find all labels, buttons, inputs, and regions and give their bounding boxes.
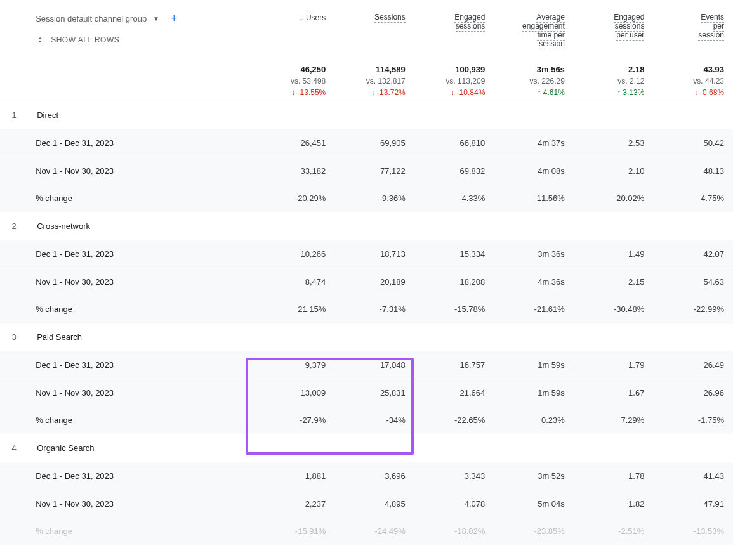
total-cell: 3m 56svs. 226.294.61% (494, 61, 574, 101)
metric-cell: 2.15 (574, 268, 654, 296)
total-cell: 114,589vs. 132,817-13.72% (334, 61, 414, 101)
metric-cell: -13.53% (653, 518, 733, 545)
metric-cell: 47.91 (653, 490, 733, 518)
metric-cell: 69,905 (334, 129, 414, 157)
metric-cell: -24.49% (334, 518, 414, 545)
metric-cell: 10,266 (255, 240, 335, 268)
channel-name: Organic Search (32, 434, 255, 462)
metric-cell: 54.63 (653, 268, 733, 296)
show-all-rows-button[interactable]: SHOW ALL ROWS (32, 36, 119, 44)
metric-cell: 77,122 (334, 157, 414, 185)
metric-cell: 15,334 (414, 240, 494, 268)
row-index: 1 (0, 101, 32, 129)
metric-cell: 26.49 (653, 351, 733, 379)
column-header-events-per-session[interactable]: Eventspersession (653, 0, 733, 61)
period-label: % change (32, 407, 255, 434)
expand-icon (36, 36, 44, 44)
metric-cell: 1.67 (574, 379, 654, 407)
metric-cell: -9.36% (334, 185, 414, 212)
column-header-sessions[interactable]: Sessions (334, 0, 414, 61)
metric-cell: 1.49 (574, 240, 654, 268)
column-header-engaged-per-user[interactable]: Engagedsessionsper user (574, 0, 654, 61)
metric-cell: -1.75% (653, 407, 733, 434)
metric-cell: 7.29% (574, 407, 654, 434)
table-row: Dec 1 - Dec 31, 20239,37917,04816,7571m … (0, 351, 733, 379)
totals-row: 46,250vs. 53,498-13.55%114,589vs. 132,81… (0, 61, 733, 101)
metric-cell: 13,009 (255, 379, 335, 407)
metric-cell: 4m 08s (494, 157, 574, 185)
column-header-users[interactable]: Users (255, 0, 335, 61)
metric-cell: 21.15% (255, 296, 335, 323)
total-cell: 100,939vs. 113,209-10.84% (414, 61, 494, 101)
period-label: % change (32, 518, 255, 545)
metric-cell: 9,379 (255, 351, 335, 379)
metric-cell: 66,810 (414, 129, 494, 157)
period-label: Nov 1 - Nov 30, 2023 (32, 379, 255, 407)
metric-cell: 2,237 (255, 490, 335, 518)
table-row[interactable]: 4Organic Search (0, 434, 733, 462)
metric-cell: -2.51% (574, 518, 654, 545)
metric-cell: 1m 59s (494, 351, 574, 379)
total-cell: 46,250vs. 53,498-13.55% (255, 61, 335, 101)
metric-cell: 69,832 (414, 157, 494, 185)
metric-cell: 50.42 (653, 129, 733, 157)
metric-cell: 33,182 (255, 157, 335, 185)
metric-cell: 4.75% (653, 185, 733, 212)
metric-cell: 26.96 (653, 379, 733, 407)
metric-cell: 18,208 (414, 268, 494, 296)
table-row[interactable]: 2Cross-network (0, 212, 733, 240)
table-row: Nov 1 - Nov 30, 202333,18277,12269,8324m… (0, 157, 733, 185)
channel-name: Direct (32, 101, 255, 129)
metric-cell: 1,881 (255, 462, 335, 490)
metric-cell: 1.82 (574, 490, 654, 518)
metric-cell: 26,451 (255, 129, 335, 157)
metric-cell: 3,343 (414, 462, 494, 490)
period-label: % change (32, 296, 255, 323)
metric-cell: -7.31% (334, 296, 414, 323)
metric-cell: 16,757 (414, 351, 494, 379)
row-index: 3 (0, 323, 32, 351)
period-label: Dec 1 - Dec 31, 2023 (32, 240, 255, 268)
channel-name: Cross-network (32, 212, 255, 240)
period-label: Nov 1 - Nov 30, 2023 (32, 157, 255, 185)
column-header-avg-engagement[interactable]: Averageengagementtime persession (494, 0, 574, 61)
metric-cell: -4.33% (414, 185, 494, 212)
table-row: Dec 1 - Dec 31, 202326,45169,90566,8104m… (0, 129, 733, 157)
dimension-label: Session default channel group (36, 14, 147, 23)
metric-cell: -30.48% (574, 296, 654, 323)
metric-cell: 11.56% (494, 185, 574, 212)
metric-cell: 0.23% (494, 407, 574, 434)
total-cell: 43.93vs. 44.23-0.68% (653, 61, 733, 101)
period-label: % change (32, 185, 255, 212)
row-index: 2 (0, 212, 32, 240)
table-row: % change-20.29%-9.36%-4.33%11.56%20.02%4… (0, 185, 733, 212)
metric-cell: 1m 59s (494, 379, 574, 407)
table-row: Dec 1 - Dec 31, 202310,26618,71315,3343m… (0, 240, 733, 268)
metric-cell: 8,474 (255, 268, 335, 296)
metric-cell: 3,696 (334, 462, 414, 490)
table-row: % change-15.91%-24.49%-18.02%-23.85%-2.5… (0, 518, 733, 545)
metric-cell: 3m 36s (494, 240, 574, 268)
table-row: % change-27.9%-34%-22.65%0.23%7.29%-1.75… (0, 407, 733, 434)
add-dimension-button[interactable]: + (166, 13, 178, 24)
metric-cell: 4m 36s (494, 268, 574, 296)
table-row[interactable]: 3Paid Search (0, 323, 733, 351)
channel-name: Paid Search (32, 323, 255, 351)
table-row[interactable]: 1Direct (0, 101, 733, 129)
row-index: 4 (0, 434, 32, 462)
period-label: Dec 1 - Dec 31, 2023 (32, 462, 255, 490)
period-label: Dec 1 - Dec 31, 2023 (32, 129, 255, 157)
column-header-engaged-sessions[interactable]: Engagedsessions (414, 0, 494, 61)
chevron-down-icon: ▼ (153, 15, 159, 22)
metric-cell: 2.10 (574, 157, 654, 185)
metric-cell: -18.02% (414, 518, 494, 545)
metric-cell: 17,048 (334, 351, 414, 379)
metric-cell: 25,831 (334, 379, 414, 407)
period-label: Nov 1 - Nov 30, 2023 (32, 268, 255, 296)
dimension-selector[interactable]: Session default channel group ▼ + (32, 13, 177, 24)
table-row: Dec 1 - Dec 31, 20231,8813,6963,3433m 52… (0, 462, 733, 490)
metric-cell: 4m 37s (494, 129, 574, 157)
metric-cell: 4,078 (414, 490, 494, 518)
metric-cell: -23.85% (494, 518, 574, 545)
table-row: % change21.15%-7.31%-15.78%-21.61%-30.48… (0, 296, 733, 323)
